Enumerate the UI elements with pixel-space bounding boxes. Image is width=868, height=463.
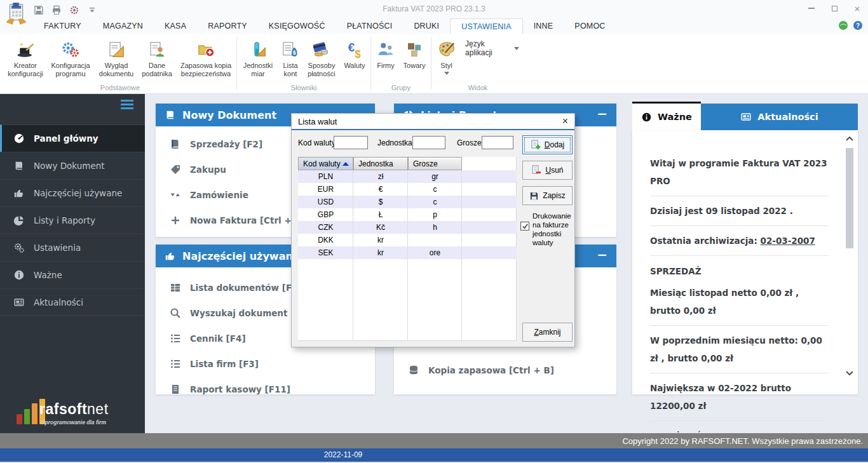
help-icon[interactable]: ? bbox=[853, 20, 863, 30]
kod-waluty-label: Kod waluty bbox=[298, 138, 336, 147]
tab-inne[interactable]: INNE bbox=[523, 18, 564, 34]
add-document-icon bbox=[531, 140, 541, 150]
table-row[interactable]: EUR € c bbox=[298, 183, 517, 196]
item-kopia-zapasowa[interactable]: Kopia zapasowa [Ctrl + B] bbox=[394, 358, 616, 383]
tab-raporty[interactable]: RAPORTY bbox=[197, 18, 258, 34]
measure-icon bbox=[248, 39, 268, 60]
document-ruler-icon bbox=[106, 39, 126, 60]
tab-druki[interactable]: DRUKI bbox=[403, 18, 450, 34]
svg-text:$: $ bbox=[293, 50, 296, 56]
thumb-up-icon bbox=[165, 250, 176, 262]
gears-icon bbox=[60, 39, 81, 60]
sidebar-item-nowy-dokument[interactable]: Nowy Dokument bbox=[0, 152, 145, 179]
table-row[interactable]: PLN zł gr bbox=[298, 170, 517, 183]
scrollbar[interactable] bbox=[845, 137, 854, 375]
ribbon-group-label: Słowniki bbox=[238, 84, 369, 91]
hamburger-menu-icon[interactable] bbox=[121, 100, 133, 111]
logo-tagline: Oprogramowanie dla firm bbox=[41, 419, 106, 426]
document-icon bbox=[170, 384, 181, 395]
tab-ustawienia[interactable]: USTAWIENIA bbox=[450, 18, 522, 34]
copyright-bar: Copyright 2022 by RAFSOFT.NET. Wszystkie… bbox=[0, 433, 868, 448]
tab-pomoc[interactable]: POMOC bbox=[564, 18, 616, 34]
sidebar-item-wazne[interactable]: Ważne bbox=[0, 261, 145, 288]
accounts-icon: $ bbox=[280, 39, 301, 60]
zamknij-button[interactable]: Zamknij bbox=[522, 323, 573, 342]
tab-kasa[interactable]: KASA bbox=[154, 18, 197, 34]
currency-table: Kod waluty Jednostka Grosze PLN zł gr EU… bbox=[298, 157, 517, 341]
checkbox-checked-icon[interactable] bbox=[520, 222, 529, 231]
table-row[interactable]: SEK kr ore bbox=[298, 246, 517, 259]
window-title: Faktura VAT 2023 PRO 23.1.3 bbox=[0, 4, 868, 13]
sales-max-text: Największa w 02-2022 brutto 12200,00 zł bbox=[650, 379, 829, 421]
close-button[interactable]: × bbox=[850, 3, 864, 14]
search-icon bbox=[170, 307, 181, 319]
sidebar: Panel główny Nowy Dokument Najczęściej u… bbox=[0, 94, 145, 433]
restore-button[interactable] bbox=[827, 3, 841, 14]
companies-icon bbox=[376, 39, 396, 60]
chevron-down-icon bbox=[444, 72, 449, 75]
archive-date-link[interactable]: 02-03-2007 bbox=[761, 236, 815, 246]
item-lista-firm[interactable]: Lista firm [F3] bbox=[156, 351, 375, 377]
order-arrows-icon bbox=[170, 189, 181, 201]
ribbon-separator bbox=[370, 37, 371, 90]
dialog-close-icon[interactable]: × bbox=[562, 116, 568, 127]
scroll-down-icon[interactable] bbox=[846, 371, 853, 375]
pie-chart-icon bbox=[13, 215, 25, 226]
sidebar-item-najczesciej-uzywane[interactable]: Najczęściej używane bbox=[0, 179, 145, 206]
jezyk-aplikacji-button[interactable]: Język aplikacji bbox=[465, 42, 519, 55]
tab-faktury[interactable]: FAKTURY bbox=[33, 18, 92, 34]
scrollbar-thumb[interactable] bbox=[846, 148, 853, 248]
info-icon bbox=[641, 112, 652, 123]
copyright-text: Copyright 2022 by RAFSOFT.NET. Wszystkie… bbox=[622, 436, 863, 446]
tab-platnosci[interactable]: PŁATNOŚCI bbox=[336, 18, 403, 34]
table-row[interactable]: CZK Kč h bbox=[298, 221, 517, 234]
lista-walut-dialog: Lista walut × Kod waluty Jednostka Grosz… bbox=[291, 113, 575, 347]
zapisz-button[interactable]: Zapisz bbox=[522, 186, 573, 205]
sidebar-item-aktualnosci[interactable]: Aktualności bbox=[0, 288, 145, 316]
online-status-icon[interactable] bbox=[838, 20, 848, 30]
dodaj-button[interactable]: Dodaj bbox=[522, 135, 573, 154]
archive-text: Ostatnia archiwizacja: 02-03-2007 bbox=[650, 232, 829, 256]
tab-aktualnosci[interactable]: Aktualności bbox=[701, 104, 858, 130]
table-icon bbox=[170, 282, 181, 293]
scroll-up-icon[interactable] bbox=[846, 137, 853, 141]
column-header-kod-waluty[interactable]: Kod waluty bbox=[298, 157, 353, 170]
tab-wazne[interactable]: Ważne bbox=[632, 102, 701, 130]
minimize-button[interactable] bbox=[804, 3, 818, 14]
help-icons: ? bbox=[838, 20, 863, 30]
sidebar-item-ustawienia[interactable]: Ustawienia bbox=[0, 234, 145, 261]
print-unit-checkbox-group[interactable]: Drukowanie na fakturze jednostki waluty bbox=[520, 211, 574, 247]
sales-heading: SPRZEDAŻ bbox=[650, 262, 829, 280]
checkbox-label: Drukowanie na fakturze jednostki waluty bbox=[532, 211, 574, 247]
list-icon bbox=[170, 333, 181, 344]
column-header-grosze[interactable]: Grosze bbox=[408, 157, 462, 170]
payment-icon bbox=[311, 39, 332, 60]
ribbon-group-label: Podstawowe bbox=[5, 84, 235, 91]
column-header-jednostka[interactable]: Jednostka bbox=[353, 157, 408, 170]
info-tabs: Ważne Aktualności bbox=[632, 104, 858, 130]
item-raport-kasowy[interactable]: Raport kasowy [F11] bbox=[156, 377, 375, 402]
panel-title: Najczęściej używane bbox=[182, 250, 300, 262]
save-icon bbox=[529, 191, 539, 201]
info-icon bbox=[13, 269, 25, 281]
table-row[interactable]: DKK kr bbox=[298, 234, 517, 246]
sidebar-item-panel-glowny[interactable]: Panel główny bbox=[0, 124, 145, 152]
title-bar: Faktura VAT 2023 PRO 23.1.3 × FAKTURY MA… bbox=[0, 0, 868, 34]
dialog-title-bar[interactable]: Lista walut bbox=[292, 114, 574, 129]
folder-plus-icon bbox=[196, 39, 216, 60]
kod-waluty-input[interactable] bbox=[334, 136, 368, 149]
sales-month-text: Miesiąc listopad netto 0,00 zł , brutto … bbox=[650, 284, 829, 326]
usun-button[interactable]: Usuń bbox=[522, 161, 573, 180]
collapse-button[interactable]: − bbox=[597, 106, 607, 121]
grosze-input[interactable] bbox=[482, 136, 513, 149]
table-row[interactable]: USD $ c bbox=[298, 196, 517, 208]
status-bar: 2022-11-09 bbox=[0, 448, 868, 462]
table-row[interactable]: GBP Ł p bbox=[298, 208, 517, 221]
list-icon bbox=[170, 358, 181, 370]
tab-ksiegowosc[interactable]: KSIĘGOWOŚĆ bbox=[258, 18, 336, 34]
tab-magazyn[interactable]: MAGAZYN bbox=[92, 18, 154, 34]
tag-icon bbox=[170, 164, 181, 175]
jednostka-input[interactable] bbox=[412, 136, 445, 149]
collapse-button[interactable]: − bbox=[597, 247, 607, 262]
sidebar-item-listy-i-raporty[interactable]: Listy i Raporty bbox=[0, 206, 145, 234]
